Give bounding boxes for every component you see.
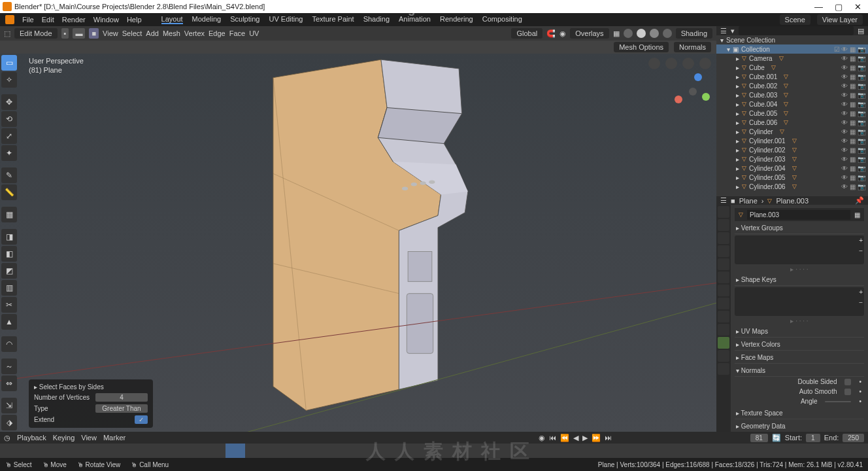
frame-current[interactable]: 81 <box>750 434 768 442</box>
vp-menu-view[interactable]: View <box>103 29 118 37</box>
tl-view[interactable]: View <box>81 434 97 442</box>
tool-transform[interactable]: ✦ <box>1 145 17 161</box>
vp-menu-edge[interactable]: Edge <box>209 29 225 37</box>
shading-dropdown[interactable]: Shading <box>676 28 712 39</box>
vp-menu-vertex[interactable]: Vertex <box>184 29 205 37</box>
menu-file[interactable]: File <box>22 16 34 24</box>
vp-menu-uv[interactable]: UV <box>249 29 259 37</box>
scene-collection[interactable]: Scene Collection <box>726 37 775 44</box>
outliner-item[interactable]: ▸▽Cube.002▽👁 ▦ 📷 <box>716 81 868 90</box>
tab-uvediting[interactable]: UV Editing <box>269 15 303 24</box>
tl-playback[interactable]: Playback <box>17 434 46 442</box>
outliner-search[interactable] <box>739 26 854 35</box>
tool-select[interactable]: ▭ <box>1 55 17 71</box>
tab-modeling[interactable]: Modeling <box>192 15 222 24</box>
tab-texturepaint[interactable]: Texture Paint <box>312 15 354 24</box>
tab-compositing[interactable]: Compositing <box>482 15 522 24</box>
ortho-icon[interactable] <box>699 58 711 69</box>
val-angle[interactable] <box>825 401 851 402</box>
menu-help[interactable]: Help <box>127 16 142 24</box>
close-button[interactable]: ✕ <box>854 2 861 12</box>
tab-layout[interactable]: Layout <box>161 15 183 24</box>
ptab-viewlayer[interactable] <box>718 232 729 244</box>
frame-end[interactable]: 250 <box>843 434 864 442</box>
tool-inset[interactable]: ◧ <box>1 246 17 262</box>
mode-selector[interactable]: Edit Mode <box>14 28 58 39</box>
outliner-item[interactable]: ▸▽Cube.006▽👁 ▦ 📷 <box>716 118 868 127</box>
zoom-icon[interactable] <box>648 58 660 69</box>
ptab-constraints[interactable] <box>718 324 729 336</box>
outliner-filter-icon[interactable]: ▾ <box>731 27 735 35</box>
outliner-item[interactable]: ▸▽Cube.001▽👁 ▦ 📷 <box>716 72 868 81</box>
tool-scale[interactable]: ⤢ <box>1 128 17 144</box>
tool-cursor[interactable]: ✧ <box>1 72 17 88</box>
ptab-output[interactable] <box>718 219 729 231</box>
op-value-type[interactable]: Greater Than <box>95 404 148 413</box>
sec-uvmaps[interactable]: ▸ UV Maps <box>735 326 864 338</box>
outliner-item[interactable]: ▸▽Camera▽👁 ▦ 📷 <box>716 54 868 63</box>
pan-icon[interactable] <box>665 58 677 69</box>
ptab-data[interactable] <box>718 337 729 349</box>
sec-shapekeys[interactable]: ▸ Shape Keys <box>735 274 864 286</box>
props-editor-icon[interactable]: ☰ <box>720 196 727 205</box>
ptab-material[interactable] <box>718 350 729 362</box>
rendered-shading-icon[interactable] <box>663 29 672 38</box>
tool-bevel[interactable]: ◩ <box>1 263 17 279</box>
jump-end-icon[interactable]: ⏭ <box>605 434 612 442</box>
chk-doublesided[interactable] <box>844 379 851 385</box>
pin-icon[interactable]: 📌 <box>855 196 864 205</box>
play-rev-icon[interactable]: ◀ <box>573 434 578 442</box>
menu-render[interactable]: Render <box>62 16 86 24</box>
outliner-item[interactable]: ▸▽Cylinder.005▽👁 ▦ 📷 <box>716 173 868 182</box>
ptab-object[interactable] <box>718 271 729 283</box>
sec-facemaps[interactable]: ▸ Face Maps <box>735 352 864 364</box>
mesh-options-dropdown[interactable]: Mesh Options <box>614 42 669 52</box>
snap-icon[interactable]: 🧲 <box>546 29 556 38</box>
face-select-icon[interactable]: ■ <box>89 28 99 39</box>
tab-shading[interactable]: Shading <box>363 15 390 24</box>
outliner-editor-icon[interactable]: ☰ <box>720 27 727 35</box>
outliner[interactable]: ▾Scene Collection ▾▣Collection☑ 👁 ▦ 📷 ▸▽… <box>716 35 868 196</box>
ptab-world[interactable] <box>718 258 729 270</box>
jump-start-icon[interactable]: ⏮ <box>549 434 556 442</box>
viewport-canvas[interactable]: User Perspective (81) Plane ▭ ✧ ✥ ⟲ ⤢ ✦ … <box>0 54 716 432</box>
proportional-icon[interactable]: ◉ <box>559 29 566 38</box>
ptab-modifier[interactable] <box>718 285 729 296</box>
outliner-item[interactable]: ▸▽Cube.003▽👁 ▦ 📷 <box>716 90 868 99</box>
tool-polybuild[interactable]: ▲ <box>1 314 17 330</box>
bc-planedata[interactable]: Plane.003 <box>776 197 809 205</box>
orientation-dropdown[interactable]: Global <box>511 28 542 39</box>
lookdev-shading-icon[interactable] <box>650 29 659 38</box>
tl-keying[interactable]: Keying <box>53 434 75 442</box>
sec-geomdata[interactable]: ▸ Geometry Data <box>735 421 864 432</box>
tool-shrink[interactable]: ⇲ <box>1 398 17 413</box>
tool-annotate[interactable]: ✎ <box>1 167 17 183</box>
op-value-extend[interactable]: ✓ <box>135 415 148 424</box>
sec-texspace[interactable]: ▸ Texture Space <box>735 408 864 419</box>
outliner-item[interactable]: ▸▽Cylinder.001▽👁 ▦ 📷 <box>716 136 868 145</box>
vp-menu-face[interactable]: Face <box>229 29 245 37</box>
tab-animation[interactable]: Animation <box>399 15 431 24</box>
frame-start[interactable]: 1 <box>806 434 820 442</box>
outliner-item[interactable]: ▸▽Cylinder.006▽👁 ▦ 📷 <box>716 182 868 191</box>
tool-move[interactable]: ✥ <box>1 94 17 110</box>
tab-rendering[interactable]: Rendering <box>440 15 473 24</box>
op-value-verts[interactable]: 4 <box>95 393 148 402</box>
vp-menu-mesh[interactable]: Mesh <box>163 29 180 37</box>
outliner-item[interactable]: ▸▽Cube▽👁 ▦ 📷 <box>716 63 868 72</box>
chk-autosmooth[interactable] <box>844 389 851 395</box>
ptab-render[interactable] <box>718 206 729 218</box>
remove-sk-icon[interactable]: − <box>859 299 863 306</box>
ptab-texture[interactable] <box>718 363 729 375</box>
tool-smooth[interactable]: ～ <box>1 358 17 374</box>
tool-measure[interactable]: 📏 <box>1 184 17 200</box>
xray-icon[interactable]: ▦ <box>613 29 620 38</box>
outliner-item[interactable]: ▸▽Cylinder.002▽👁 ▦ 📷 <box>716 145 868 154</box>
datablock-icon[interactable]: ▦ <box>854 211 860 218</box>
play-icon[interactable]: ▶ <box>582 434 588 442</box>
bc-plane[interactable]: Plane <box>739 197 758 205</box>
outliner-item[interactable]: ▸▽Cylinder.004▽👁 ▦ 📷 <box>716 164 868 173</box>
tab-sculpting[interactable]: Sculpting <box>230 15 259 24</box>
playhead[interactable] <box>225 444 245 458</box>
sync-icon[interactable]: 🔄 <box>772 434 781 442</box>
